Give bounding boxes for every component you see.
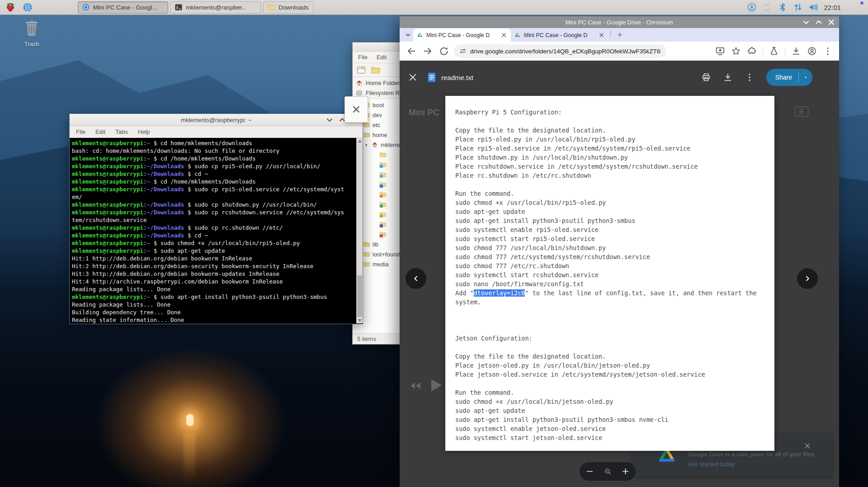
file-manager-menu-file[interactable]: File (358, 54, 368, 61)
terminal-titlebar[interactable]: mklements@raspberrypi: ~ (70, 114, 363, 126)
preview-close-button[interactable] (408, 72, 418, 82)
folder-templates-emblem (379, 224, 383, 228)
reload-icon[interactable] (439, 46, 449, 57)
document-line: sudo systemctl start rpi5-oled.service (455, 234, 764, 243)
file-manager-launcher[interactable] (38, 1, 52, 14)
print-icon[interactable] (701, 72, 711, 82)
site-settings-icon[interactable] (459, 47, 467, 55)
document-line: sudo chmod +x /usr/local/bin/jetson-oled… (455, 397, 764, 406)
zoom-in-icon[interactable] (622, 468, 629, 475)
file-manager-menu-edit[interactable]: Edit (377, 54, 387, 61)
folder-icon (267, 3, 275, 11)
document-line: sudo systemctl start jetson-oled.service (455, 433, 764, 442)
document-line: Place jetson-oled.service in /etc/system… (455, 370, 764, 379)
play-ghost-icon (427, 376, 445, 394)
chevron-right-icon (804, 275, 811, 282)
chromium-maximize-button[interactable] (816, 19, 822, 25)
terminal-scrollbar[interactable] (356, 138, 363, 323)
share-button-label: Share (766, 69, 798, 86)
toolbar-separator (785, 47, 785, 55)
raspberry-menu-launcher[interactable] (4, 1, 17, 14)
zoom-out-icon[interactable] (586, 468, 594, 475)
new-tab-button[interactable] (614, 29, 625, 40)
scroll-up-arrow[interactable] (357, 138, 363, 144)
terminal-line: mklements@raspberrypi:~ $ cd /home/mklem… (72, 178, 355, 185)
folder-downloads-icon (379, 181, 387, 188)
toast-action-link[interactable]: Get started today (688, 459, 816, 469)
profile-icon[interactable] (807, 46, 817, 56)
expander-expanded-icon[interactable]: ▾ (363, 142, 369, 147)
chromium-titlebar[interactable]: Mini PC Case - Google Drive - Chromium (400, 16, 839, 28)
chromium-window-title: Mini PC Case - Google Drive - Chromium (400, 19, 839, 26)
tree-item-label: boot (373, 102, 384, 109)
back-icon[interactable] (406, 46, 417, 57)
web-browser-launcher[interactable] (21, 1, 34, 14)
download-icon[interactable] (723, 72, 733, 82)
bookmark-star-icon[interactable] (731, 46, 741, 56)
browser-tab[interactable]: Mini PC Case - Google D (511, 28, 609, 42)
updates-icon[interactable] (747, 2, 757, 12)
document-line: sudo chmod 777 /etc/systemd/system/rcshu… (455, 252, 764, 261)
terminal-line: mklements@raspberrypi:~/Downloads $ sudo… (72, 201, 355, 208)
taskbar-window-button[interactable]: Mini PC Case - Googl... (78, 1, 168, 14)
terminal-menu-help[interactable]: Help (138, 128, 150, 135)
taskbar-window-label: mklements@raspber.. (186, 4, 245, 11)
share-button[interactable]: Share (766, 69, 812, 86)
labs-flask-icon[interactable] (769, 46, 779, 56)
scrollbar-thumb[interactable] (357, 275, 362, 317)
popup-close-button[interactable] (353, 106, 360, 113)
sync-icon[interactable] (762, 2, 772, 12)
browser-tab[interactable]: Mini PC Case - Google D (413, 28, 511, 42)
chromium-close-button[interactable] (828, 19, 835, 25)
tab-close-icon[interactable] (598, 32, 605, 38)
scroll-down-arrow[interactable] (357, 317, 363, 323)
chromium-toolbar: drive.google.com/drive/folders/14QB_eCKq… (400, 42, 839, 61)
taskbar-window-button[interactable]: mklements@raspber.. (170, 1, 261, 14)
share-dropdown-button[interactable] (799, 69, 812, 86)
magnifier-icon[interactable] (604, 468, 612, 475)
terminal-app-icon (175, 3, 183, 11)
tab-search-button[interactable] (402, 29, 413, 40)
toast-dismiss-icon[interactable] (804, 442, 811, 449)
trash-desktop-icon[interactable]: Trash (14, 19, 50, 47)
kebab-icon[interactable] (823, 46, 833, 56)
bluetooth-icon[interactable] (778, 2, 788, 12)
extensions-icon[interactable] (747, 46, 757, 56)
download-icon[interactable] (791, 46, 801, 56)
more-options-icon[interactable] (745, 72, 755, 82)
zoom-controls (580, 462, 636, 481)
terminal-launcher[interactable] (55, 1, 69, 14)
terminal-line: Reading package lists... Done (72, 285, 355, 293)
terminal-line: mklements@raspberrypi:~/Downloads $ sudo… (72, 208, 355, 216)
terminal-line: Building dependency tree... Done (72, 308, 355, 316)
folder-icon (363, 251, 371, 258)
save-page-icon[interactable] (715, 46, 725, 56)
tree-item-label: media (373, 261, 388, 268)
chromium-tabstrip: Mini PC Case - Google DMini PC Case - Go… (400, 28, 839, 42)
terminal-minimize-button[interactable] (326, 117, 333, 123)
new-window-icon[interactable] (356, 65, 366, 75)
forward-icon[interactable] (422, 46, 433, 57)
taskbar-window-button[interactable]: Downloads (263, 1, 314, 14)
document-line (455, 379, 764, 388)
next-file-button[interactable] (797, 268, 818, 289)
address-bar[interactable]: drive.google.com/drive/folders/14QB_eCKq… (454, 44, 666, 58)
tab-close-icon[interactable] (500, 32, 507, 38)
volume-icon[interactable] (808, 2, 818, 12)
chromium-minimize-button[interactable] (803, 19, 809, 25)
network-arrows-icon[interactable] (793, 2, 803, 12)
preview-filename: readme.txt (441, 74, 473, 81)
previous-file-button[interactable] (406, 268, 426, 289)
terminal-menu-tabs[interactable]: Tabs (115, 128, 127, 135)
taskbar-clock[interactable]: 22:01 (824, 4, 841, 11)
document-line: sudo apt-get update (455, 406, 764, 415)
terminal-menu-edit[interactable]: Edit (95, 128, 105, 135)
terminal-menu-file[interactable]: File (76, 128, 85, 135)
folder-icon[interactable] (371, 65, 381, 75)
terminal-menubar: FileEditTabsHelp (70, 126, 363, 138)
document-line: sudo nano /boot/firmware/config.txt (455, 279, 764, 288)
terminal-line: Hit:3 http://deb.debian.org/debian bookw… (72, 270, 355, 278)
folder-icon (363, 241, 371, 248)
document-line: sudo apt-get install python3-psutil pyth… (455, 216, 764, 225)
trash-label: Trash (14, 41, 50, 47)
